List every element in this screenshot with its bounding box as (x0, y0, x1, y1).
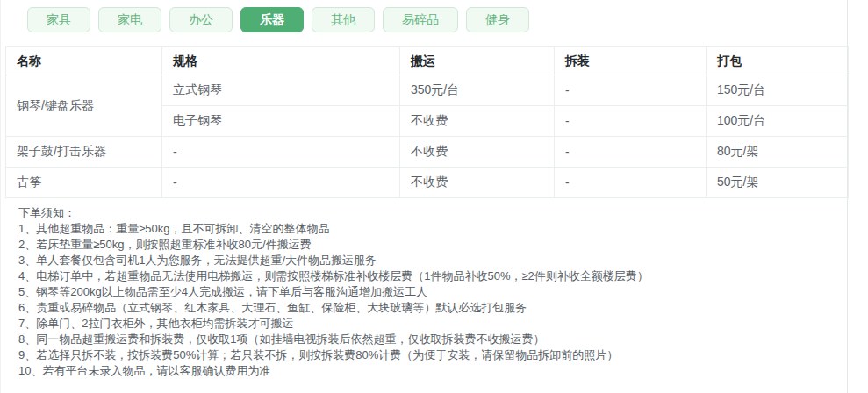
cell-pack: 80元/架 (707, 137, 849, 168)
note-item: 2、若床垫重量≥50kg，则按照超重标准补收80元/件搬运费 (18, 237, 829, 253)
cell-disassemble: - (555, 137, 707, 168)
cell-move: 不收费 (400, 168, 555, 198)
table-row: 钢琴/键盘乐器 立式钢琴 350元/台 - 150元/台 (6, 75, 849, 106)
note-item: 6、贵重或易碎物品（立式钢琴、红木家具、大理石、鱼缸、保险柜、大块玻璃等）默认必… (18, 300, 829, 316)
cell-spec: - (162, 137, 400, 168)
tab-furniture[interactable]: 家具 (27, 7, 90, 32)
tab-appliances[interactable]: 家电 (98, 7, 161, 32)
col-header-spec: 规格 (162, 47, 400, 75)
note-item: 8、同一物品超重搬运费和拆装费，仅收取1项（如挂墙电视拆装后依然超重，仅收取拆装… (18, 332, 829, 347)
tab-fitness[interactable]: 健身 (466, 7, 529, 32)
cell-spec: 电子钢琴 (162, 106, 400, 137)
col-header-disassemble: 拆装 (555, 47, 707, 75)
col-header-name: 名称 (6, 47, 162, 75)
category-tabs: 家具 家电 办公 乐器 其他 易碎品 健身 (1, 0, 847, 46)
tab-others[interactable]: 其他 (312, 7, 375, 32)
table-row: 架子鼓/打击乐器 - 不收费 - 80元/架 (6, 137, 849, 168)
note-item: 3、单人套餐仅包含司机1人为您服务，无法提供超重/大件物品搬运服务 (18, 253, 829, 268)
tab-fragile[interactable]: 易碎品 (383, 7, 458, 32)
note-item: 7、除单门、2拉门衣柜外，其他衣柜均需拆装才可搬运 (18, 316, 829, 332)
cell-pack: 150元/台 (707, 75, 849, 106)
cell-spec: - (162, 168, 400, 198)
pricing-panel: 家具 家电 办公 乐器 其他 易碎品 健身 名称 规格 搬运 拆装 打包 钢琴/… (0, 0, 848, 393)
note-item: 10、若有平台未录入物品，请以客服确认费用为准 (18, 363, 829, 379)
cell-name: 钢琴/键盘乐器 (6, 75, 162, 137)
cell-spec: 立式钢琴 (162, 75, 400, 106)
price-table: 名称 规格 搬运 拆装 打包 钢琴/键盘乐器 立式钢琴 350元/台 - 150… (5, 46, 849, 198)
cell-name: 古筝 (6, 168, 162, 198)
note-item: 1、其他超重物品：重量≥50kg，且不可拆卸、清空的整体物品 (18, 221, 829, 237)
cell-move: 不收费 (400, 137, 555, 168)
col-header-move: 搬运 (400, 47, 555, 75)
cell-pack: 50元/架 (707, 168, 849, 198)
note-item: 5、钢琴等200kg以上物品需至少4人完成搬运，请下单后与客服沟通增加搬运工人 (18, 284, 829, 300)
cell-disassemble: - (555, 75, 707, 106)
cell-name: 架子鼓/打击乐器 (6, 137, 162, 168)
cell-move: 不收费 (400, 106, 555, 137)
notes-title: 下单须知： (18, 205, 829, 221)
col-header-pack: 打包 (707, 47, 849, 75)
table-header-row: 名称 规格 搬运 拆装 打包 (6, 47, 849, 75)
cell-pack: 100元/台 (707, 106, 849, 137)
cell-disassemble: - (555, 106, 707, 137)
order-notes: 下单须知： 1、其他超重物品：重量≥50kg，且不可拆卸、清空的整体物品 2、若… (1, 198, 847, 379)
tab-instruments[interactable]: 乐器 (240, 7, 304, 32)
note-item: 9、若选择只拆不装，按拆装费50%计算；若只装不拆，则按拆装费80%计费（为便于… (18, 347, 829, 363)
note-item: 4、电梯订单中，若超重物品无法使用电梯搬运，则需按照楼梯标准补收楼层费（1件物品… (18, 268, 829, 284)
cell-disassemble: - (555, 168, 707, 198)
cell-move: 350元/台 (400, 75, 555, 106)
table-row: 古筝 - 不收费 - 50元/架 (6, 168, 849, 198)
tab-office[interactable]: 办公 (169, 7, 233, 32)
